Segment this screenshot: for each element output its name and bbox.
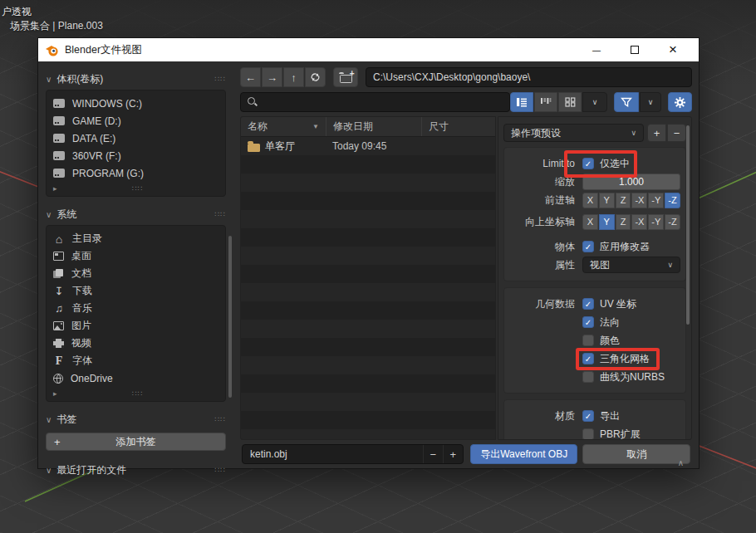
forward-axis-neg-z[interactable]: -Z xyxy=(665,193,680,208)
system-item-downloads[interactable]: 下载 xyxy=(47,282,225,300)
system-item-desktop[interactable]: 桌面 xyxy=(47,247,225,265)
checkbox-icon[interactable] xyxy=(582,298,594,310)
scale-slider[interactable]: 1.000 xyxy=(582,174,680,190)
forward-axis-x[interactable]: X xyxy=(582,193,598,208)
checkbox-icon[interactable] xyxy=(582,410,594,422)
detail-list-view-button[interactable] xyxy=(534,92,557,112)
pbr-extension-checkbox[interactable]: PBR扩展 xyxy=(582,428,641,441)
refresh-icon xyxy=(310,72,321,82)
volume-item-d[interactable]: GAME (D:) xyxy=(47,112,225,130)
column-header-name[interactable]: 名称 ▼ xyxy=(241,117,326,136)
up-button[interactable]: ↑ xyxy=(283,67,304,87)
checkbox-icon[interactable] xyxy=(582,316,594,328)
grip-icon: ∷∷ xyxy=(215,415,226,423)
maximize-button[interactable] xyxy=(616,39,654,61)
up-axis-neg-z[interactable]: -Z xyxy=(665,214,680,230)
checkbox-icon[interactable] xyxy=(582,428,594,440)
vertical-list-view-button[interactable] xyxy=(510,92,533,112)
system-section-header[interactable]: ∨ 系统 ∷∷ xyxy=(46,206,226,222)
forward-button[interactable]: → xyxy=(262,67,282,87)
triangulated-mesh-checkbox[interactable]: 三角化网格 xyxy=(582,352,650,366)
export-materials-checkbox[interactable]: 导出 xyxy=(582,409,620,423)
properties-row: 属性 视图 ∨ xyxy=(504,256,680,274)
colors-checkbox[interactable]: 颜色 xyxy=(582,334,620,348)
system-item-videos[interactable]: 视频 xyxy=(47,335,225,352)
grip-icon[interactable]: ∷∷ xyxy=(132,184,143,193)
system-item-home[interactable]: 主目录 xyxy=(47,230,225,247)
checkbox-icon[interactable] xyxy=(582,158,594,169)
column-header-size[interactable]: 尺寸 xyxy=(421,117,495,136)
volumes-list: WINDOWS (C:) GAME (D:) DATA (E:) 360VR (… xyxy=(46,90,226,197)
filter-toggle-button[interactable] xyxy=(614,92,639,112)
forward-axis-z[interactable]: Z xyxy=(616,193,631,208)
collapse-chevron-icon[interactable]: ∧ xyxy=(678,458,684,467)
thumbnail-view-button[interactable] xyxy=(558,92,582,112)
back-button[interactable]: ← xyxy=(240,67,261,87)
display-settings-dropdown[interactable] xyxy=(582,92,607,112)
expand-icon[interactable]: ▸ xyxy=(53,389,57,398)
forward-axis-neg-y[interactable]: -Y xyxy=(648,193,664,208)
sidebar-scrollbar[interactable] xyxy=(228,236,232,398)
download-icon xyxy=(53,285,65,297)
dialog-titlebar[interactable]: Blender文件视图 xyxy=(38,38,699,61)
column-header-date[interactable]: 修改日期 xyxy=(326,117,421,136)
transform-group: Limit to 仅选中 缩放 xyxy=(503,147,686,281)
up-axis-z[interactable]: Z xyxy=(616,214,631,230)
system-item-fonts[interactable]: 字体 xyxy=(47,352,225,369)
checkbox-icon[interactable] xyxy=(582,241,594,252)
up-axis-neg-x[interactable]: -X xyxy=(631,214,647,230)
viewport-overlay-text: 户透视 场景集合 | Plane.003 xyxy=(2,5,103,33)
checkbox-icon[interactable] xyxy=(582,335,594,346)
file-row-folder[interactable]: 单客厅 Today 09:45 xyxy=(241,137,495,155)
filter-settings-dropdown[interactable] xyxy=(640,92,661,112)
options-scrollbar[interactable] xyxy=(686,125,690,325)
checkbox-icon[interactable] xyxy=(582,353,594,364)
curves-as-nurbs-checkbox[interactable]: 曲线为NURBS xyxy=(582,370,665,384)
drive-icon xyxy=(53,134,65,143)
up-axis-y[interactable]: Y xyxy=(599,214,615,230)
forward-axis-row: 前进轴 X Y Z -X -Y -Z xyxy=(504,191,680,209)
forward-axis-y[interactable]: Y xyxy=(599,193,615,208)
volume-item-g[interactable]: PROGRAM (G:) xyxy=(47,164,225,182)
cancel-button[interactable]: 取消 xyxy=(582,444,690,464)
increment-button[interactable]: + xyxy=(443,445,463,463)
properties-dropdown[interactable]: 视图 ∨ xyxy=(582,257,680,273)
expand-icon[interactable]: ▸ xyxy=(53,184,57,193)
bookmarks-section-header[interactable]: ∨ 书签 ∷∷ xyxy=(46,411,226,428)
refresh-button[interactable] xyxy=(305,67,326,87)
system-item-onedrive[interactable]: OneDrive xyxy=(47,369,225,387)
remove-preset-button[interactable]: − xyxy=(667,124,686,142)
volume-item-c[interactable]: WINDOWS (C:) xyxy=(47,95,225,112)
execute-bar: ketin.obj − + 导出Wavefront OBJ 取消 xyxy=(240,440,692,468)
system-item-music[interactable]: 音乐 xyxy=(47,300,225,317)
add-bookmark-button[interactable]: + 添加书签 xyxy=(46,433,226,451)
filename-input[interactable]: ketin.obj − + xyxy=(242,444,464,464)
decrement-button[interactable]: − xyxy=(423,445,443,463)
recent-section-header[interactable]: ∨ 最近打开的文件 ∷∷ xyxy=(46,462,226,478)
geometry-group: 几何数据 UV 坐标 xyxy=(503,287,686,394)
volumes-section-header[interactable]: ∨ 体积(卷标) ∷∷ xyxy=(46,71,226,87)
volume-item-f[interactable]: 360VR (F:) xyxy=(47,147,225,164)
new-folder-button[interactable] xyxy=(333,67,358,87)
add-preset-button[interactable]: + xyxy=(647,124,666,142)
options-toggle-button[interactable] xyxy=(668,92,692,112)
close-button[interactable] xyxy=(654,39,692,61)
search-input[interactable] xyxy=(240,92,510,112)
up-axis-neg-y[interactable]: -Y xyxy=(648,214,664,230)
path-input[interactable]: C:\Users\CXJ\Desktop\gong\baoye\ xyxy=(366,67,692,87)
operator-presets-dropdown[interactable]: 操作项预设 ∨ xyxy=(503,124,644,142)
grip-icon[interactable]: ∷∷ xyxy=(132,389,143,398)
export-obj-button[interactable]: 导出Wavefront OBJ xyxy=(470,444,578,464)
forward-axis-neg-x[interactable]: -X xyxy=(631,193,647,208)
checkbox-icon[interactable] xyxy=(582,371,594,383)
volume-item-e[interactable]: DATA (E:) xyxy=(47,130,225,147)
minimize-button[interactable] xyxy=(577,39,616,61)
home-icon xyxy=(53,232,65,246)
apply-modifiers-checkbox[interactable]: 应用修改器 xyxy=(582,240,650,254)
normals-checkbox[interactable]: 法向 xyxy=(582,315,620,330)
system-item-documents[interactable]: 文档 xyxy=(47,265,225,282)
system-item-pictures[interactable]: 图片 xyxy=(47,317,225,335)
up-axis-x[interactable]: X xyxy=(582,214,598,230)
uv-coordinates-checkbox[interactable]: UV 坐标 xyxy=(582,297,636,311)
selected-only-checkbox[interactable]: 仅选中 xyxy=(582,157,630,171)
